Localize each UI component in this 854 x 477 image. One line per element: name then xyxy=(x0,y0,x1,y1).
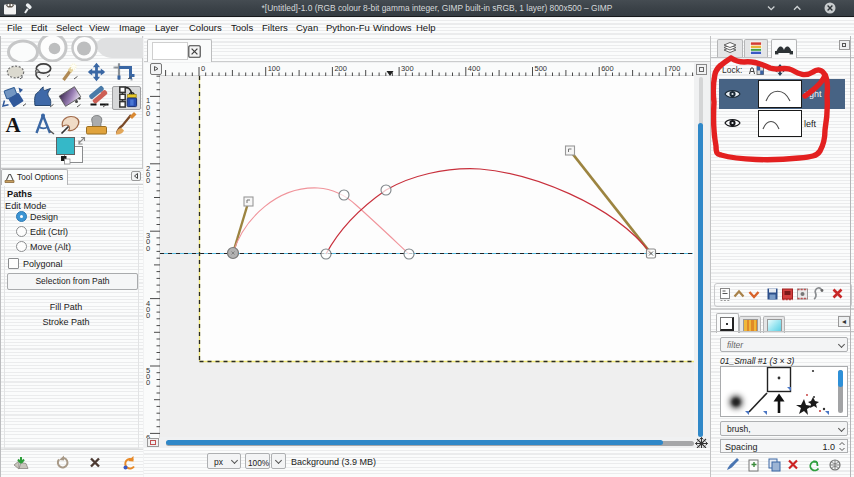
svg-text:0: 0 xyxy=(201,64,205,73)
svg-text:600: 600 xyxy=(601,64,614,73)
svg-text:0: 0 xyxy=(146,244,150,253)
svg-text:A: A xyxy=(6,113,22,137)
svg-text:700: 700 xyxy=(668,64,681,73)
svg-text:400: 400 xyxy=(468,64,481,73)
svg-text:300: 300 xyxy=(401,64,414,73)
svg-text:200: 200 xyxy=(334,64,347,73)
svg-text:0: 0 xyxy=(146,176,150,185)
svg-text:100: 100 xyxy=(268,64,281,73)
svg-text:0: 0 xyxy=(146,109,150,118)
svg-text:500: 500 xyxy=(535,64,548,73)
svg-text:0: 0 xyxy=(146,378,150,387)
svg-text:0: 0 xyxy=(146,311,150,320)
